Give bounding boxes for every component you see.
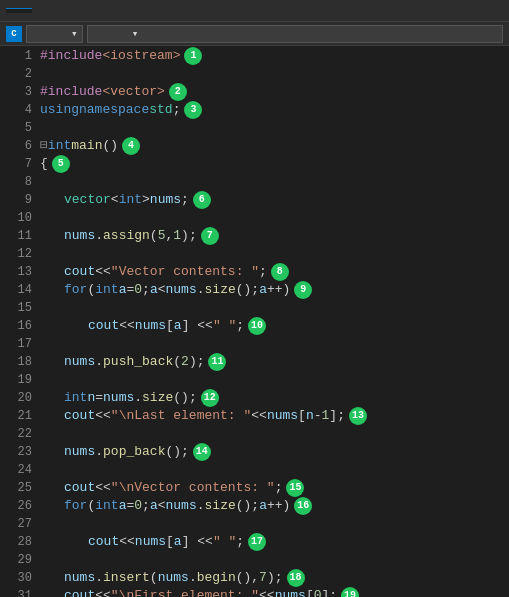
code-line (40, 209, 509, 227)
line-number: 16 (4, 317, 32, 335)
token-func: assign (103, 227, 150, 245)
token-string: "\nLast element: " (111, 407, 251, 425)
code-line: for (int a = 0; a < nums.size(); a++)16 (40, 497, 509, 515)
token-kw: int (48, 137, 71, 155)
active-tab[interactable] (6, 8, 32, 13)
token-plain: (); (236, 281, 259, 299)
token-var: cout (64, 479, 95, 497)
code-line: nums.push_back(2);11 (40, 353, 509, 371)
code-line: int n = nums.size();12 (40, 389, 509, 407)
token-kw: int (95, 497, 118, 515)
token-var: nums (166, 281, 197, 299)
line-number: 30 (4, 569, 32, 587)
token-var: a (174, 317, 182, 335)
line-number: 9 (4, 191, 32, 209)
annotation-badge: 14 (193, 443, 211, 461)
token-plain: << (251, 407, 267, 425)
line-number: 14 (4, 281, 32, 299)
code-line: #include <vector>2 (40, 83, 509, 101)
token-plain: [ (166, 533, 174, 551)
code-line (40, 173, 509, 191)
token-plain: << (95, 479, 111, 497)
annotation-badge: 3 (184, 101, 202, 119)
annotation-badge: 9 (294, 281, 312, 299)
token-num: 1 (173, 227, 181, 245)
code-line (40, 299, 509, 317)
token-var: n (87, 389, 95, 407)
line-number: 23 (4, 443, 32, 461)
token-plain: (); (165, 443, 188, 461)
token-plain: ); (189, 353, 205, 371)
token-plain: < (158, 497, 166, 515)
code-line (40, 65, 509, 83)
token-var: nums (150, 191, 181, 209)
line-number: 6 (4, 137, 32, 155)
code-line (40, 371, 509, 389)
token-plain: << (119, 533, 135, 551)
code-editor[interactable]: 1234567891011121314151617181920212223242… (0, 46, 509, 597)
annotation-badge: 6 (193, 191, 211, 209)
token-string: " " (213, 533, 236, 551)
token-num: 7 (259, 569, 267, 587)
token-var: nums (64, 569, 95, 587)
scope-dropdown[interactable]: ▾ (87, 25, 503, 43)
token-plain: << (95, 407, 111, 425)
code-line: cout << "\nLast element: " << nums[n - 1… (40, 407, 509, 425)
line-number: 28 (4, 533, 32, 551)
line-number: 26 (4, 497, 32, 515)
token-num: 5 (158, 227, 166, 245)
class-dropdown[interactable]: ▾ (26, 25, 83, 43)
token-plain: ]; (322, 587, 338, 597)
token-num: 0 (134, 497, 142, 515)
token-var: nums (158, 569, 189, 587)
annotation-badge: 13 (349, 407, 367, 425)
code-line: cout << "Vector contents: ";8 (40, 263, 509, 281)
token-preproc: #include (40, 47, 102, 65)
line-number: 22 (4, 425, 32, 443)
token-plain: . (95, 227, 103, 245)
nav-bar: C ▾ ▾ (0, 22, 509, 46)
token-plain: () (102, 137, 118, 155)
token-num: 2 (181, 353, 189, 371)
code-line (40, 245, 509, 263)
code-line: vector<int> nums;6 (40, 191, 509, 209)
token-plain: . (95, 443, 103, 461)
token-string: "\nVector contents: " (111, 479, 275, 497)
token-plain: ; (181, 191, 189, 209)
token-var: a (150, 497, 158, 515)
code-line: cout << "\nFirst element: " << nums[0];1… (40, 587, 509, 597)
annotation-badge: 2 (169, 83, 187, 101)
token-plain: . (197, 497, 205, 515)
line-number: 24 (4, 461, 32, 479)
token-plain: ++) (267, 281, 290, 299)
token-plain: ] << (182, 317, 213, 335)
token-string: "Vector contents: " (111, 263, 259, 281)
code-content[interactable]: #include <iostream>1#include <vector>2us… (36, 46, 509, 597)
token-plain: , (165, 227, 173, 245)
line-number: 12 (4, 245, 32, 263)
line-number: 7 (4, 155, 32, 173)
annotation-badge: 16 (294, 497, 312, 515)
annotation-badge: 12 (201, 389, 219, 407)
token-plain: . (134, 389, 142, 407)
token-plain: = (126, 281, 134, 299)
line-number: 20 (4, 389, 32, 407)
annotation-badge: 10 (248, 317, 266, 335)
token-func: size (205, 281, 236, 299)
code-line (40, 335, 509, 353)
token-string: <vector> (102, 83, 164, 101)
token-num: 1 (322, 407, 330, 425)
token-plain: = (126, 497, 134, 515)
token-plain: ( (173, 353, 181, 371)
token-var: a (150, 281, 158, 299)
token-plain: [ (306, 587, 314, 597)
token-plain: ); (267, 569, 283, 587)
line-number: 10 (4, 209, 32, 227)
line-number: 21 (4, 407, 32, 425)
code-line (40, 551, 509, 569)
token-plain: << (259, 587, 275, 597)
token-func: push_back (103, 353, 173, 371)
token-plain: [ (166, 317, 174, 335)
token-plain: . (95, 353, 103, 371)
token-plain: < (111, 191, 119, 209)
